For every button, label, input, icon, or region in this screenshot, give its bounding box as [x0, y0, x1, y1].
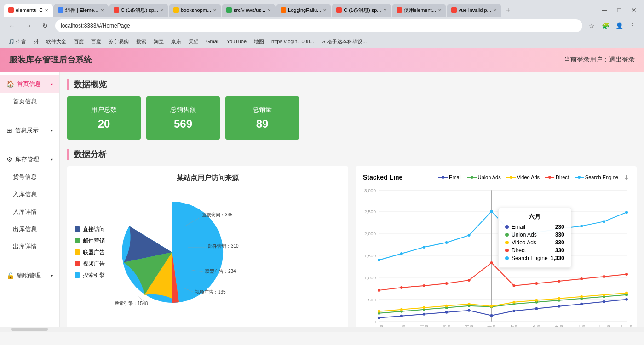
y-label-0: 0 — [373, 319, 376, 324]
y-label-1000: 1,000 — [364, 275, 376, 280]
bookmark-gmail[interactable]: Gmail — [203, 38, 222, 45]
back-button[interactable]: ← — [6, 19, 18, 32]
pie-label-direct: 直接访问：335 — [202, 212, 233, 217]
bookmark-baidu2[interactable]: 百度 — [88, 37, 104, 46]
legend-label-direct-line: Direct — [556, 175, 569, 180]
tab-favicon — [114, 7, 119, 13]
bookmark-maps[interactable]: 地图 — [251, 37, 267, 46]
tab-close-icon[interactable]: ✕ — [438, 8, 442, 13]
tab-label: C (1条消息) sp... — [121, 7, 158, 14]
bookmark-login[interactable]: https://login.1008... — [269, 38, 317, 45]
new-tab-button[interactable]: + — [502, 4, 515, 17]
search-dot-2 — [400, 252, 403, 255]
reload-button[interactable]: ↻ — [39, 19, 52, 32]
email-dot-4 — [445, 311, 448, 314]
video-dot-9 — [558, 297, 560, 300]
bookmark-douyin2[interactable]: 抖 — [31, 37, 41, 46]
bookmark-tmall[interactable]: 天猫 — [186, 37, 201, 46]
forward-button[interactable]: → — [22, 19, 35, 32]
sidebar-item-outbound-detail[interactable]: 出库详情 — [0, 238, 59, 255]
address-input[interactable] — [55, 19, 582, 32]
tab-close-icon[interactable]: ✕ — [493, 8, 497, 13]
tab-close-icon[interactable]: ✕ — [160, 8, 164, 13]
svg-point-7 — [548, 176, 551, 179]
sidebar-item-label: 入库信息 — [13, 190, 37, 198]
sidebar-item-aux[interactable]: 🔒 辅助管理 ▾ — [0, 267, 59, 284]
legend-label-email-line: Email — [449, 175, 462, 180]
bookmark-jd[interactable]: 京东 — [168, 37, 184, 46]
horizontal-scrollbar[interactable] — [11, 328, 48, 331]
legend-label-union: 联盟广告 — [83, 249, 105, 256]
user-info[interactable]: 当前登录用户：退出登录 — [564, 56, 635, 64]
sidebar-item-inbound[interactable]: 入库信息 — [0, 186, 59, 203]
tab-label: LoggingFailu... — [288, 7, 321, 13]
video-dot-7 — [512, 301, 515, 304]
tab-9[interactable]: vue Invalid p... ✕ — [447, 4, 501, 17]
tab-close-icon[interactable]: ✕ — [213, 8, 217, 13]
bookmark-suning[interactable]: 苏宁易购 — [106, 37, 132, 46]
tab-active[interactable]: elementui-C ✕ — [4, 4, 53, 17]
browser-window: elementui-C ✕ 组件 | Eleme... ✕ C (1条消息) s… — [0, 0, 644, 48]
bookmark-icon[interactable]: ☆ — [586, 20, 597, 31]
bookmark-douyin[interactable]: 🎵 抖音 — [6, 37, 29, 46]
legend-line-video — [506, 175, 516, 179]
tab-favicon — [8, 7, 14, 13]
sidebar-item-inbound-detail[interactable]: 入库详情 — [0, 203, 59, 221]
minimize-button[interactable]: ─ — [598, 4, 611, 17]
bookmark-software[interactable]: 软件大全 — [43, 37, 69, 46]
x-label-12: 十二月 — [620, 325, 633, 327]
search-dot-4 — [445, 241, 448, 244]
tab-close-icon[interactable]: ✕ — [45, 8, 48, 13]
sidebar-item-label: 辅助管理 — [17, 271, 41, 280]
bookmark-taobao[interactable]: 淘宝 — [151, 37, 167, 46]
close-button[interactable]: ✕ — [627, 4, 640, 17]
tab-close-icon[interactable]: ✕ — [383, 8, 387, 13]
email-dot-7 — [512, 310, 515, 312]
app-body: 🏠 首页信息 ▾ 首页信息 ⊞ 信息展示 ▾ ⚙ — [0, 72, 644, 327]
profile-icon[interactable]: 👤 — [614, 20, 625, 31]
sidebar-divider-1 — [0, 116, 59, 116]
sidebar-item-inventory-parent[interactable]: ⚙ 库存管理 ▾ — [0, 151, 59, 168]
x-label-6: 六月 — [487, 325, 496, 327]
sidebar-item-info[interactable]: ⊞ 信息展示 ▾ — [0, 122, 59, 139]
legend-item-search: 搜索引擎 — [75, 271, 105, 279]
sidebar-item-goods[interactable]: 货号信息 — [0, 168, 59, 186]
sidebar-item-label: 首页信息 — [13, 97, 37, 106]
sidebar-item-home-child[interactable]: 首页信息 — [0, 93, 59, 110]
y-label-1500: 1,500 — [364, 253, 376, 258]
x-label-10: 十月 — [577, 325, 586, 327]
legend-label-video-line: Video Ads — [517, 175, 540, 180]
chevron-icon: ▾ — [51, 82, 53, 87]
tab-7[interactable]: C (1条消息) sp... ✕ — [332, 4, 391, 17]
tab-close-icon[interactable]: ✕ — [100, 8, 104, 13]
extensions-icon[interactable]: 🧩 — [600, 20, 611, 31]
tab-6[interactable]: LoggingFailu... ✕ — [276, 4, 331, 17]
menu-icon[interactable]: ⋮ — [627, 20, 638, 31]
tab-4[interactable]: bookshopm... ✕ — [169, 4, 221, 17]
tab-close-icon[interactable]: ✕ — [267, 8, 271, 13]
pie-chart-container: 某站点用户访问来源 直接访问 邮件营销 — [67, 166, 348, 327]
search-dot-10 — [580, 225, 583, 227]
maximize-button[interactable]: □ — [613, 4, 626, 17]
charts-grid: 某站点用户访问来源 直接访问 邮件营销 — [67, 166, 637, 327]
tab-2[interactable]: 组件 | Eleme... ✕ — [53, 4, 108, 17]
tab-8[interactable]: 使用element... ✕ — [392, 4, 446, 17]
tab-3[interactable]: C (1条消息) sp... ✕ — [109, 4, 168, 17]
bookmark-search[interactable]: 搜索 — [133, 37, 149, 46]
legend-item-direct-line: Direct — [545, 175, 569, 180]
video-line — [379, 293, 627, 311]
tab-favicon — [336, 7, 342, 13]
download-icon[interactable]: ⬇ — [624, 174, 629, 181]
sidebar-item-label: 出库详情 — [13, 243, 37, 251]
sidebar-item-home-parent[interactable]: 🏠 首页信息 ▾ — [0, 75, 59, 93]
bookmark-gezi[interactable]: G-格子达本科毕设... — [319, 37, 369, 46]
tab-close-icon[interactable]: ✕ — [323, 8, 327, 13]
sidebar-item-label: 首页信息 — [17, 80, 41, 88]
tab-5[interactable]: src/views/us... ✕ — [222, 4, 276, 17]
sidebar-item-outbound[interactable]: 出库信息 — [0, 221, 59, 238]
svg-point-3 — [471, 176, 473, 179]
svg-point-9 — [578, 176, 581, 179]
x-label-1: 一月 — [374, 325, 384, 327]
bookmark-youtube[interactable]: YouTube — [224, 38, 249, 45]
bookmark-baidu1[interactable]: 百度 — [71, 37, 86, 46]
